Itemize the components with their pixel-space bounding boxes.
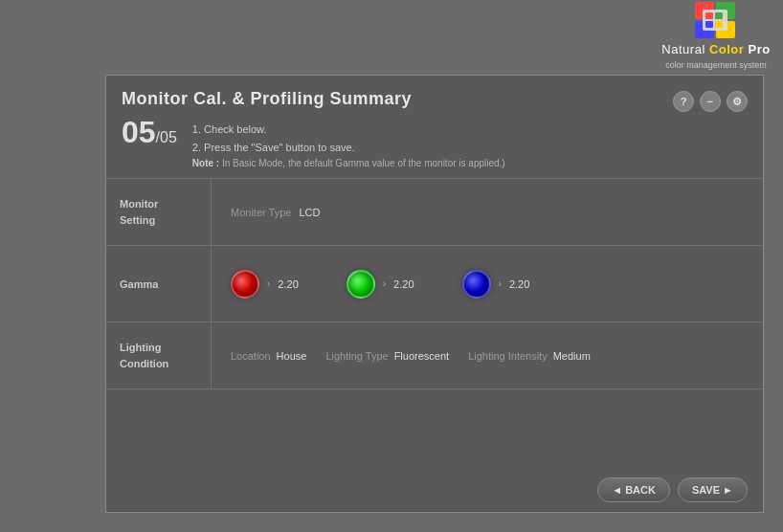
monitor-type-value: LCD (299, 207, 320, 218)
gamma-blue-value: 2.20 (509, 278, 529, 290)
gamma-green-item: › 2.20 (347, 270, 414, 299)
gamma-blue-item: › 2.20 (462, 270, 530, 299)
panel-header: Monitor Cal. & Profiling Summary 05/05 1… (106, 76, 763, 179)
location-label: Location (231, 350, 271, 362)
gamma-red-circle (231, 270, 259, 299)
location-field: Location House (231, 350, 306, 362)
gamma-red-item: › 2.20 (231, 270, 299, 299)
step-indicator: 05/05 1. Check below. 2. Press the "Save… (122, 117, 673, 168)
help-button[interactable]: ? (673, 91, 694, 112)
lighting-condition-content: Location House Lighting Type Fluorescent… (212, 322, 763, 388)
lighting-condition-label: Lighting Condition (106, 322, 212, 388)
gamma-content: › 2.20 › 2.20 › 2.20 (212, 246, 763, 321)
intensity-field: Lighting Intensity Medium (468, 350, 591, 362)
minimize-button[interactable]: − (700, 91, 721, 112)
monitor-setting-content: Moniter Type LCD (212, 179, 763, 245)
gamma-blue-arrow-icon: › (499, 278, 502, 289)
back-button[interactable]: ◄ BACK (597, 477, 670, 502)
brand-subtitle: color management system (665, 60, 767, 70)
svg-rect-8 (715, 21, 723, 28)
step-number: 05/05 (122, 117, 177, 147)
settings-button[interactable]: ⚙ (727, 91, 748, 112)
gamma-section: Gamma › 2.20 › 2.20 › 2.20 (106, 246, 763, 322)
gamma-green-circle (347, 270, 375, 299)
gamma-green-value: 2.20 (393, 278, 414, 290)
brand-name: Natural Color Pro (661, 42, 770, 56)
intensity-value: Medium (553, 350, 591, 362)
lighting-type-field: Lighting Type Fluorescent (325, 350, 449, 362)
gamma-red-value: 2.20 (278, 278, 298, 290)
gamma-items: › 2.20 › 2.20 › 2.20 (231, 270, 529, 299)
brand-logo-icon (695, 2, 737, 38)
monitor-setting-label: Monitor Setting (106, 179, 212, 245)
location-value: House (277, 350, 307, 362)
lighting-type-value: Fluorescent (394, 350, 449, 362)
header-icons: ? − ⚙ (673, 91, 748, 112)
gamma-label: Gamma (106, 246, 212, 321)
gamma-green-arrow-icon: › (383, 278, 386, 289)
panel-footer: ◄ BACK SAVE ► (106, 468, 763, 512)
svg-rect-6 (715, 12, 723, 19)
panel-title: Monitor Cal. & Profiling Summary (122, 89, 673, 109)
monitor-type-label: Moniter Type (231, 207, 291, 218)
lighting-condition-section: Lighting Condition Location House Lighti… (106, 322, 763, 389)
monitor-setting-section: Monitor Setting Moniter Type LCD (106, 179, 763, 246)
lighting-type-label: Lighting Type (325, 350, 388, 362)
monitor-type-row: Moniter Type LCD (231, 207, 320, 218)
step-instructions: 1. Check below. 2. Press the "Save" butt… (192, 121, 505, 168)
brand-area: Natural Color Pro color management syste… (649, 0, 783, 71)
svg-rect-5 (705, 12, 713, 19)
step-note: Note : In Basic Mode, the default Gamma … (192, 158, 505, 168)
lighting-fields: Location House Lighting Type Fluorescent… (231, 350, 591, 362)
panel-header-left: Monitor Cal. & Profiling Summary 05/05 1… (122, 89, 673, 168)
svg-rect-7 (705, 21, 713, 28)
intensity-label: Lighting Intensity (468, 350, 548, 362)
save-button[interactable]: SAVE ► (678, 477, 748, 502)
gamma-red-arrow-icon: › (267, 278, 270, 289)
main-panel: Monitor Cal. & Profiling Summary 05/05 1… (105, 75, 764, 513)
gamma-blue-circle (462, 270, 491, 299)
